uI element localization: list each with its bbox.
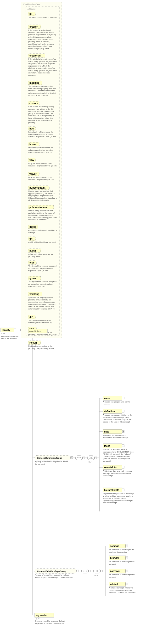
svg-text:0..∞: 0..∞ bbox=[95, 574, 98, 576]
svg-text:locality: locality bbox=[2, 329, 10, 332]
plus-icon[interactable] bbox=[122, 489, 124, 491]
minus-icon[interactable] bbox=[14, 329, 16, 331]
svg-text:0..∞: 0..∞ bbox=[89, 461, 92, 463]
svg-text:Flex1RolePropType: Flex1RolePropType bbox=[24, 3, 40, 5]
svg-text:any ##other: any ##other bbox=[29, 330, 41, 332]
svg-text:broader: broader bbox=[110, 557, 119, 559]
element-related: relatedA related concept, where the rela… bbox=[109, 582, 140, 596]
extension-any-other: any ##other 0..∞ Extension point for pro… bbox=[35, 613, 71, 630]
element-facet: facetIn NAR 1.8 and later, facet is depr… bbox=[103, 444, 134, 462]
svg-text:modified: modified bbox=[29, 82, 39, 84]
plus-icon[interactable] bbox=[126, 545, 128, 547]
svg-text:typeuri: typeuri bbox=[29, 277, 38, 280]
svg-text:name: name bbox=[104, 397, 111, 400]
svg-text:0..∞: 0..∞ bbox=[36, 618, 39, 620]
svg-text:id: id bbox=[29, 13, 32, 15]
minus-icon[interactable] bbox=[76, 570, 79, 572]
svg-text:why: why bbox=[29, 159, 34, 162]
plus-icon[interactable] bbox=[122, 430, 124, 432]
attr-pubconstrainturi: pubconstrainturiOne or many constraints … bbox=[28, 205, 57, 223]
concept-relationships-group: ConceptRelationshipsGroup A group of pro… bbox=[35, 569, 79, 581]
plus-icon[interactable] bbox=[54, 614, 56, 616]
svg-text:creatoruri: creatoruri bbox=[29, 54, 41, 57]
svg-text:sameAs: sameAs bbox=[110, 545, 119, 548]
svg-text:note: note bbox=[104, 430, 109, 433]
element-narrower: narrowerAn identifier of a more specific… bbox=[109, 569, 140, 580]
svg-text:pubconstrainturi: pubconstrainturi bbox=[29, 206, 49, 209]
locality-element: locality 0..∞ A city/town/village etc. p… bbox=[1, 328, 20, 345]
plus-icon[interactable] bbox=[122, 397, 124, 399]
svg-text:ConceptDefinitionGroup: ConceptDefinitionGroup bbox=[37, 457, 62, 459]
svg-text:how: how bbox=[29, 127, 34, 130]
element-sameAs: sameAsAn identifier of a concept with eq… bbox=[109, 544, 140, 554]
svg-text:hierarchyInfo: hierarchyInfo bbox=[104, 489, 119, 492]
svg-text:facet: facet bbox=[104, 445, 110, 447]
svg-text:definition: definition bbox=[104, 410, 115, 413]
element-definition: definitionA natural language definition … bbox=[103, 409, 134, 426]
any-other-attr: any ##other bbox=[28, 329, 47, 333]
element-hierarchyInfo: hierarchyInfoRepresents the position of … bbox=[103, 488, 134, 506]
minus-icon[interactable] bbox=[101, 570, 103, 572]
plus-icon[interactable] bbox=[122, 445, 124, 447]
minus-icon[interactable] bbox=[71, 456, 73, 459]
element-broader: broaderAn identifier of a more generic c… bbox=[109, 556, 140, 566]
element-name: nameA natural language name for the conc… bbox=[103, 396, 134, 407]
svg-text:xml:lang: xml:lang bbox=[29, 293, 39, 296]
svg-text:howuri: howuri bbox=[29, 143, 37, 146]
element-note: noteAdditional natural language informat… bbox=[103, 430, 134, 441]
plus-icon[interactable] bbox=[122, 410, 124, 412]
plus-icon[interactable] bbox=[126, 583, 128, 585]
svg-text:0..∞: 0..∞ bbox=[1, 332, 5, 335]
svg-text:attributes: attributes bbox=[28, 8, 35, 10]
minus-icon[interactable] bbox=[89, 570, 91, 572]
plus-icon[interactable] bbox=[126, 557, 128, 559]
svg-text:dir: dir bbox=[29, 316, 33, 318]
svg-text:creator: creator bbox=[29, 26, 38, 28]
svg-text:whyuri: whyuri bbox=[29, 172, 37, 175]
attr-roleuri: roleuriRefines the semantics of the prop… bbox=[28, 341, 57, 353]
minus-icon[interactable] bbox=[82, 457, 85, 459]
svg-text:type: type bbox=[29, 261, 34, 264]
svg-text:roleuri: roleuri bbox=[29, 342, 37, 344]
svg-text:custom: custom bbox=[29, 102, 38, 105]
svg-text:any ##other: any ##other bbox=[36, 614, 47, 616]
plus-icon[interactable] bbox=[126, 570, 128, 572]
svg-text:related: related bbox=[110, 583, 118, 586]
element-remoteInfo: remoteInfoA link to an item or a web res… bbox=[103, 465, 134, 479]
svg-text:pubconstraint: pubconstraint bbox=[29, 186, 45, 189]
svg-text:narrower: narrower bbox=[110, 570, 120, 572]
svg-text:qcode: qcode bbox=[29, 226, 37, 228]
svg-text:ConceptRelationshipsGroup: ConceptRelationshipsGroup bbox=[37, 570, 66, 572]
minus-icon[interactable] bbox=[95, 457, 97, 459]
svg-text:remoteInfo: remoteInfo bbox=[104, 466, 117, 469]
svg-text:uri: uri bbox=[29, 238, 33, 240]
svg-text:literal: literal bbox=[29, 250, 36, 252]
plus-icon[interactable] bbox=[122, 466, 124, 468]
concept-definition-group: ConceptDefinitionGroup A group of proper… bbox=[35, 456, 73, 468]
